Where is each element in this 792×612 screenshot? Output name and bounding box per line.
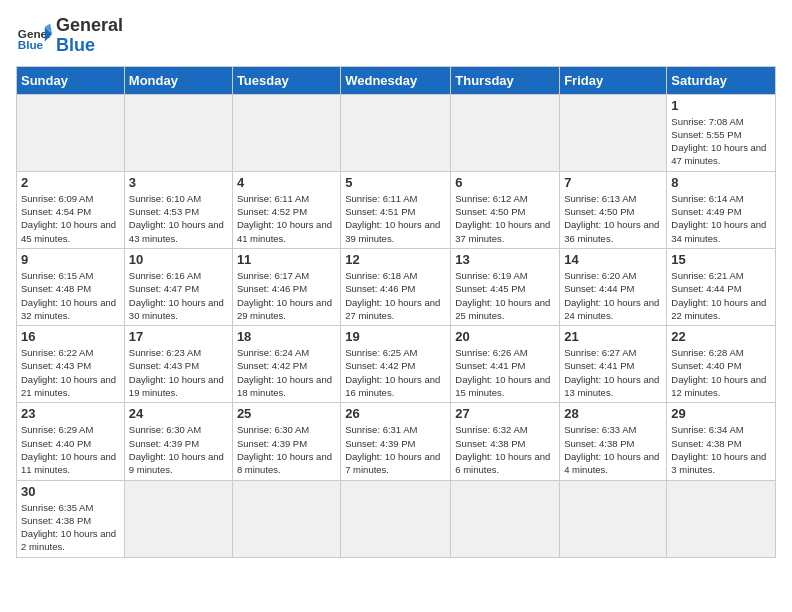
calendar-day: 5Sunrise: 6:11 AM Sunset: 4:51 PM Daylig… xyxy=(341,171,451,248)
day-info: Sunrise: 6:33 AM Sunset: 4:38 PM Dayligh… xyxy=(564,423,662,476)
svg-text:Blue: Blue xyxy=(18,37,44,50)
calendar-week-3: 9Sunrise: 6:15 AM Sunset: 4:48 PM Daylig… xyxy=(17,248,776,325)
col-header-saturday: Saturday xyxy=(667,66,776,94)
day-info: Sunrise: 6:11 AM Sunset: 4:51 PM Dayligh… xyxy=(345,192,446,245)
calendar-day: 1Sunrise: 7:08 AM Sunset: 5:55 PM Daylig… xyxy=(667,94,776,171)
calendar-day: 4Sunrise: 6:11 AM Sunset: 4:52 PM Daylig… xyxy=(232,171,340,248)
calendar-day: 23Sunrise: 6:29 AM Sunset: 4:40 PM Dayli… xyxy=(17,403,125,480)
day-number: 26 xyxy=(345,406,446,421)
day-number: 3 xyxy=(129,175,228,190)
calendar-day: 3Sunrise: 6:10 AM Sunset: 4:53 PM Daylig… xyxy=(124,171,232,248)
day-number: 23 xyxy=(21,406,120,421)
calendar-day: 2Sunrise: 6:09 AM Sunset: 4:54 PM Daylig… xyxy=(17,171,125,248)
calendar-day xyxy=(560,94,667,171)
calendar-day: 22Sunrise: 6:28 AM Sunset: 4:40 PM Dayli… xyxy=(667,326,776,403)
calendar-day: 28Sunrise: 6:33 AM Sunset: 4:38 PM Dayli… xyxy=(560,403,667,480)
calendar-day: 18Sunrise: 6:24 AM Sunset: 4:42 PM Dayli… xyxy=(232,326,340,403)
day-info: Sunrise: 6:28 AM Sunset: 4:40 PM Dayligh… xyxy=(671,346,771,399)
day-number: 17 xyxy=(129,329,228,344)
calendar-header-row: SundayMondayTuesdayWednesdayThursdayFrid… xyxy=(17,66,776,94)
day-number: 19 xyxy=(345,329,446,344)
day-number: 24 xyxy=(129,406,228,421)
day-number: 13 xyxy=(455,252,555,267)
day-number: 11 xyxy=(237,252,336,267)
calendar-day xyxy=(451,94,560,171)
day-info: Sunrise: 6:09 AM Sunset: 4:54 PM Dayligh… xyxy=(21,192,120,245)
col-header-sunday: Sunday xyxy=(17,66,125,94)
calendar-day: 6Sunrise: 6:12 AM Sunset: 4:50 PM Daylig… xyxy=(451,171,560,248)
day-number: 1 xyxy=(671,98,771,113)
calendar-day xyxy=(124,480,232,557)
logo-blue: Blue xyxy=(56,36,123,56)
calendar-day: 27Sunrise: 6:32 AM Sunset: 4:38 PM Dayli… xyxy=(451,403,560,480)
calendar-week-5: 23Sunrise: 6:29 AM Sunset: 4:40 PM Dayli… xyxy=(17,403,776,480)
day-number: 22 xyxy=(671,329,771,344)
logo-general: General xyxy=(56,16,123,36)
day-info: Sunrise: 6:12 AM Sunset: 4:50 PM Dayligh… xyxy=(455,192,555,245)
calendar-day: 10Sunrise: 6:16 AM Sunset: 4:47 PM Dayli… xyxy=(124,248,232,325)
calendar-day xyxy=(124,94,232,171)
day-info: Sunrise: 6:30 AM Sunset: 4:39 PM Dayligh… xyxy=(129,423,228,476)
calendar-week-6: 30Sunrise: 6:35 AM Sunset: 4:38 PM Dayli… xyxy=(17,480,776,557)
calendar-day: 11Sunrise: 6:17 AM Sunset: 4:46 PM Dayli… xyxy=(232,248,340,325)
calendar-day: 30Sunrise: 6:35 AM Sunset: 4:38 PM Dayli… xyxy=(17,480,125,557)
calendar-week-1: 1Sunrise: 7:08 AM Sunset: 5:55 PM Daylig… xyxy=(17,94,776,171)
day-number: 2 xyxy=(21,175,120,190)
calendar-day: 19Sunrise: 6:25 AM Sunset: 4:42 PM Dayli… xyxy=(341,326,451,403)
day-info: Sunrise: 6:10 AM Sunset: 4:53 PM Dayligh… xyxy=(129,192,228,245)
day-info: Sunrise: 6:18 AM Sunset: 4:46 PM Dayligh… xyxy=(345,269,446,322)
day-info: Sunrise: 6:13 AM Sunset: 4:50 PM Dayligh… xyxy=(564,192,662,245)
calendar-week-2: 2Sunrise: 6:09 AM Sunset: 4:54 PM Daylig… xyxy=(17,171,776,248)
calendar-day: 29Sunrise: 6:34 AM Sunset: 4:38 PM Dayli… xyxy=(667,403,776,480)
calendar-day: 17Sunrise: 6:23 AM Sunset: 4:43 PM Dayli… xyxy=(124,326,232,403)
col-header-thursday: Thursday xyxy=(451,66,560,94)
day-info: Sunrise: 6:16 AM Sunset: 4:47 PM Dayligh… xyxy=(129,269,228,322)
day-number: 21 xyxy=(564,329,662,344)
day-number: 28 xyxy=(564,406,662,421)
day-number: 18 xyxy=(237,329,336,344)
day-info: Sunrise: 6:21 AM Sunset: 4:44 PM Dayligh… xyxy=(671,269,771,322)
logo: General Blue General Blue xyxy=(16,16,123,56)
calendar-day xyxy=(451,480,560,557)
calendar-day: 9Sunrise: 6:15 AM Sunset: 4:48 PM Daylig… xyxy=(17,248,125,325)
col-header-wednesday: Wednesday xyxy=(341,66,451,94)
calendar-day: 16Sunrise: 6:22 AM Sunset: 4:43 PM Dayli… xyxy=(17,326,125,403)
day-number: 6 xyxy=(455,175,555,190)
calendar-table: SundayMondayTuesdayWednesdayThursdayFrid… xyxy=(16,66,776,558)
day-number: 14 xyxy=(564,252,662,267)
day-info: Sunrise: 6:14 AM Sunset: 4:49 PM Dayligh… xyxy=(671,192,771,245)
calendar-day: 21Sunrise: 6:27 AM Sunset: 4:41 PM Dayli… xyxy=(560,326,667,403)
day-info: Sunrise: 6:35 AM Sunset: 4:38 PM Dayligh… xyxy=(21,501,120,554)
day-info: Sunrise: 6:32 AM Sunset: 4:38 PM Dayligh… xyxy=(455,423,555,476)
calendar-week-4: 16Sunrise: 6:22 AM Sunset: 4:43 PM Dayli… xyxy=(17,326,776,403)
calendar-day xyxy=(17,94,125,171)
day-number: 10 xyxy=(129,252,228,267)
day-number: 9 xyxy=(21,252,120,267)
day-number: 7 xyxy=(564,175,662,190)
day-info: Sunrise: 6:23 AM Sunset: 4:43 PM Dayligh… xyxy=(129,346,228,399)
day-info: Sunrise: 6:27 AM Sunset: 4:41 PM Dayligh… xyxy=(564,346,662,399)
calendar-day: 26Sunrise: 6:31 AM Sunset: 4:39 PM Dayli… xyxy=(341,403,451,480)
calendar-day xyxy=(341,480,451,557)
calendar-day: 12Sunrise: 6:18 AM Sunset: 4:46 PM Dayli… xyxy=(341,248,451,325)
day-info: Sunrise: 7:08 AM Sunset: 5:55 PM Dayligh… xyxy=(671,115,771,168)
day-info: Sunrise: 6:26 AM Sunset: 4:41 PM Dayligh… xyxy=(455,346,555,399)
day-number: 15 xyxy=(671,252,771,267)
day-info: Sunrise: 6:31 AM Sunset: 4:39 PM Dayligh… xyxy=(345,423,446,476)
col-header-monday: Monday xyxy=(124,66,232,94)
calendar-day: 20Sunrise: 6:26 AM Sunset: 4:41 PM Dayli… xyxy=(451,326,560,403)
day-number: 20 xyxy=(455,329,555,344)
calendar-day: 8Sunrise: 6:14 AM Sunset: 4:49 PM Daylig… xyxy=(667,171,776,248)
calendar-day xyxy=(232,94,340,171)
day-info: Sunrise: 6:25 AM Sunset: 4:42 PM Dayligh… xyxy=(345,346,446,399)
calendar-day: 25Sunrise: 6:30 AM Sunset: 4:39 PM Dayli… xyxy=(232,403,340,480)
day-number: 8 xyxy=(671,175,771,190)
day-info: Sunrise: 6:29 AM Sunset: 4:40 PM Dayligh… xyxy=(21,423,120,476)
day-info: Sunrise: 6:20 AM Sunset: 4:44 PM Dayligh… xyxy=(564,269,662,322)
day-info: Sunrise: 6:11 AM Sunset: 4:52 PM Dayligh… xyxy=(237,192,336,245)
day-info: Sunrise: 6:30 AM Sunset: 4:39 PM Dayligh… xyxy=(237,423,336,476)
day-info: Sunrise: 6:22 AM Sunset: 4:43 PM Dayligh… xyxy=(21,346,120,399)
day-number: 12 xyxy=(345,252,446,267)
calendar-day xyxy=(232,480,340,557)
calendar-day: 14Sunrise: 6:20 AM Sunset: 4:44 PM Dayli… xyxy=(560,248,667,325)
